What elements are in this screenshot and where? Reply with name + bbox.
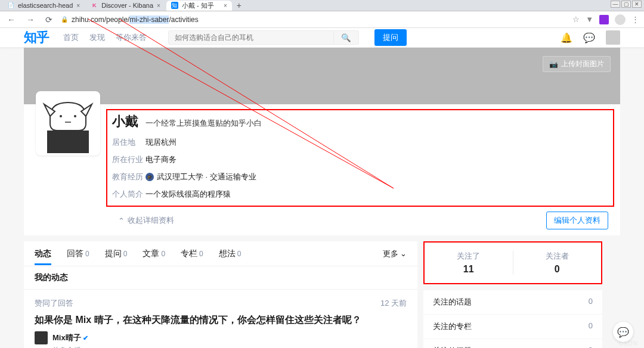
sidebar: 关注了 11 关注者 0 关注的话题0 关注的专栏0 关注的问题0 关注的收藏夹… — [423, 241, 602, 348]
side-list: 关注的话题0 关注的专栏0 关注的问题0 关注的收藏夹0 — [423, 290, 602, 348]
profile-tabs: 动态 回答0 提问0 文章0 专栏0 想法0 更多⌄ — [24, 241, 417, 266]
profile-avatar[interactable] — [36, 91, 100, 156]
chevron-down-icon: ⌄ — [400, 249, 407, 258]
browser-tab-strip: 📄 elasticsearch-head × K Discover - Kiba… — [0, 0, 644, 11]
zhihu-logo[interactable]: 知乎 — [24, 29, 49, 46]
camera-icon: 📷 — [549, 60, 558, 69]
side-row-columns[interactable]: 关注的专栏0 — [423, 315, 602, 339]
user-avatar[interactable] — [606, 30, 620, 45]
lock-icon: 🔒 — [61, 16, 68, 23]
extension-icon[interactable] — [599, 15, 609, 24]
main-column: 动态 回答0 提问0 文章0 专栏0 想法0 更多⌄ 我的动态 赞同了回答 12… — [24, 241, 417, 348]
browser-tab[interactable]: 📄 elasticsearch-head × — [2, 1, 85, 11]
main-nav: 首页 发现 等你来答 — [63, 32, 147, 43]
tab-title: 小戴 - 知乎 — [182, 1, 214, 10]
tab-answers[interactable]: 回答0 — [67, 243, 89, 265]
tab-title: Discover - Kibana — [101, 2, 153, 9]
svg-point-1 — [60, 115, 62, 117]
help-button[interactable]: 💬 — [613, 322, 633, 342]
svg-rect-4 — [47, 130, 89, 153]
tab-more[interactable]: 更多⌄ — [383, 248, 407, 259]
profile-tagline: 一个经常上班摸鱼逛贴的知乎小白 — [145, 119, 262, 128]
close-icon[interactable]: × — [224, 2, 227, 9]
ask-button[interactable]: 提问 — [374, 29, 407, 46]
profile-card: 小戴 一个经常上班摸鱼逛贴的知乎小白 居住地 现居杭州 所在行业 电子商务 教育… — [24, 104, 620, 235]
author-desc: 斗鱼主播 — [52, 346, 407, 348]
message-icon[interactable]: 💬 — [583, 32, 595, 44]
tab-articles[interactable]: 文章0 — [143, 243, 165, 265]
search-box: 🔍 — [168, 30, 359, 45]
tab-ideas[interactable]: 想法0 — [219, 243, 242, 265]
info-industry: 所在行业 电子商务 — [112, 154, 608, 165]
browser-actions: ☆ ▼ ⋮ — [572, 14, 639, 25]
following-stat[interactable]: 关注了 11 — [425, 251, 513, 275]
nav-home[interactable]: 首页 — [63, 32, 79, 43]
reload-button[interactable]: ⟳ — [43, 15, 55, 24]
avatar-image — [38, 94, 98, 153]
nav-discover[interactable]: 发现 — [89, 32, 105, 43]
profile-icon[interactable] — [615, 14, 626, 25]
chevron-up-icon: ⌃ — [118, 216, 125, 225]
follow-stats: 关注了 11 关注者 0 — [423, 241, 602, 284]
bell-icon[interactable]: 🔔 — [561, 32, 572, 44]
close-icon[interactable]: × — [157, 2, 160, 9]
info-location: 居住地 现居杭州 — [112, 137, 608, 148]
side-row-questions[interactable]: 关注的问题0 — [423, 339, 602, 348]
tab-columns[interactable]: 专栏0 — [181, 243, 203, 265]
tab-dynamic[interactable]: 动态 — [35, 243, 51, 265]
browser-tab[interactable]: K Discover - Kibana × — [86, 1, 165, 11]
close-icon[interactable]: × — [76, 2, 80, 9]
profile-name: 小戴 — [112, 114, 138, 129]
tab-questions[interactable]: 提问0 — [105, 243, 128, 265]
watermark: CSDN — [619, 340, 638, 347]
new-tab-button[interactable]: + — [233, 1, 245, 10]
forward-button[interactable]: → — [24, 15, 37, 24]
browser-toolbar: ← → ⟳ 🔒 zhihu.com/people/mi-zhi-saber/ac… — [0, 11, 644, 28]
tab-icon: K — [91, 2, 98, 9]
collapse-toggle[interactable]: ⌃ 收起详细资料 — [112, 215, 174, 226]
tab-icon: 知 — [171, 2, 178, 9]
verified-icon: ✔ — [83, 334, 88, 342]
edit-profile-button[interactable]: 编辑个人资料 — [546, 212, 608, 229]
info-intro: 个人简介 一个发际线很高的程序猿 — [112, 189, 608, 200]
profile-banner: 📷 上传封面图片 — [24, 48, 620, 104]
url-highlighted-segment: mi-zhi-saber — [129, 15, 169, 24]
info-education: 教育经历 🎓武汉理工大学 · 交通运输专业 — [112, 172, 608, 182]
author-avatar[interactable] — [35, 331, 48, 344]
upload-banner-button[interactable]: 📷 上传封面图片 — [543, 56, 611, 72]
tab-icon: 📄 — [7, 2, 14, 9]
search-button[interactable]: 🔍 — [334, 30, 359, 45]
tab-title: elasticsearch-head — [18, 2, 73, 9]
address-bar[interactable]: 🔒 zhihu.com/people/mi-zhi-saber/activiti… — [61, 15, 566, 24]
nav-waiting[interactable]: 等你来答 — [116, 32, 147, 43]
followers-stat[interactable]: 关注者 0 — [513, 251, 602, 275]
site-header: 知乎 首页 发现 等你来答 🔍 提问 🔔 💬 — [0, 28, 644, 48]
feed-time: 12 天前 — [380, 298, 407, 309]
feed-item: 赞同了回答 12 天前 如果你是 Mix 晴子，在这种天降流量的情况下，你会怎样… — [24, 289, 417, 348]
browser-tab-active[interactable]: 知 小戴 - 知乎 × — [166, 1, 232, 11]
back-button[interactable]: ← — [5, 15, 18, 24]
edu-icon: 🎓 — [145, 173, 154, 181]
window-controls[interactable]: —▢✕ — [611, 1, 642, 8]
star-icon[interactable]: ☆ — [572, 15, 580, 24]
side-row-topics[interactable]: 关注的话题0 — [423, 290, 602, 315]
search-input[interactable] — [168, 30, 334, 45]
menu-icon[interactable]: ⋮ — [631, 15, 639, 24]
feed-action: 赞同了回答 — [35, 298, 73, 309]
feed-title[interactable]: 如果你是 Mix 晴子，在这种天降流量的情况下，你会怎样留住这些关注者呢？ — [35, 313, 407, 327]
author-name[interactable]: Mix晴子✔ — [52, 333, 88, 343]
svg-point-2 — [74, 115, 76, 117]
filter-icon[interactable]: ▼ — [586, 15, 593, 24]
feed-subtitle: 我的动态 — [24, 266, 417, 289]
